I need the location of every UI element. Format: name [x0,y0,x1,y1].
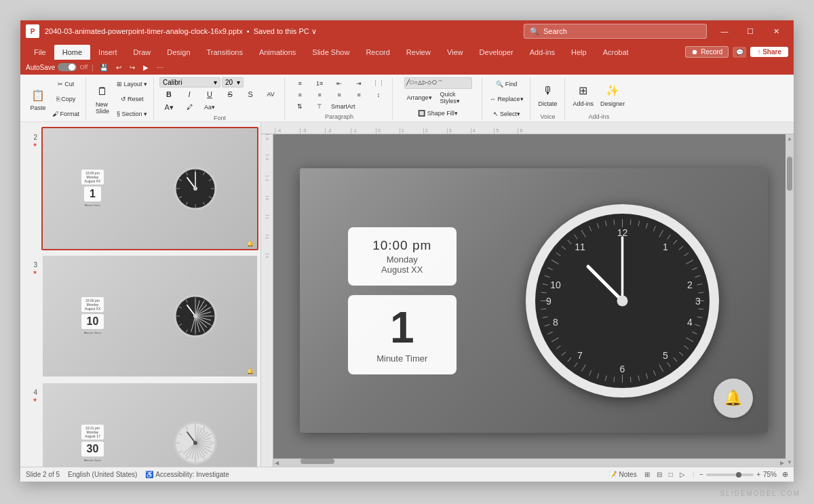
underline-button[interactable]: U [200,88,219,100]
tab-slideshow[interactable]: Slide Show [304,45,357,60]
canvas-with-ruler: -3 -2 -1 0 1 2 3 [261,134,794,467]
font-family-dropdown[interactable]: Calibri▾ [159,77,220,88]
new-slide-button[interactable]: 🗒 NewSlide [92,82,113,116]
normal-view-btn[interactable]: ⊞ [642,470,652,479]
tab-home[interactable]: Home [54,45,90,60]
horizontal-scrollbar[interactable]: ◀ ▶ [273,459,786,467]
quick-styles-button[interactable]: QuickStyles▾ [438,90,463,105]
tab-draw[interactable]: Draw [125,45,159,60]
minimize-button[interactable]: — [712,20,737,42]
char-spacing-button[interactable]: AV [261,88,280,100]
zoom-slider[interactable] [706,473,754,476]
comment-button[interactable]: 💬 [733,47,746,58]
toggle-switch[interactable] [58,63,77,71]
slide-thumbnail-4[interactable]: 10:21 pmMondayAugust 17 30 Minutes Timer [41,382,258,467]
tab-design[interactable]: Design [159,45,198,60]
accessibility-status[interactable]: ♿ Accessibility: Investigate [145,471,229,478]
tab-acrobat[interactable]: Acrobat [595,45,637,60]
slideshow-btn[interactable]: ▷ [678,470,687,479]
tab-view[interactable]: View [439,45,471,60]
tab-addins[interactable]: Add-ins [522,45,563,60]
fit-slide-btn[interactable]: ⊕ [782,470,788,479]
bullets-button[interactable]: ≡ [290,78,309,89]
copy-button[interactable]: ⎘ Copy [50,92,81,106]
dictate-button[interactable]: 🎙 Dictate [536,79,560,111]
scroll-left-arrow[interactable]: ◀ [273,460,280,466]
zoom-in-btn[interactable]: + [756,471,760,478]
tab-animations[interactable]: Animations [251,45,304,60]
find-button[interactable]: 🔍 Find [488,77,526,91]
share-button[interactable]: ↑ Share [750,47,788,57]
align-left-button[interactable]: ≡ [290,90,309,100]
scroll-thumb-v[interactable] [787,157,792,191]
search-bar[interactable]: 🔍 Search [524,24,707,39]
strikethrough-button[interactable]: S [220,88,239,100]
svg-line-131 [556,252,560,256]
alarm-button[interactable]: 🔔 [714,379,753,418]
reading-view-btn[interactable]: □ [667,470,675,479]
align-right-button[interactable]: ≡ [330,90,349,100]
slide-thumbnail-2[interactable]: 10:00 pmMondayAugust XX 1 Minute Timer [41,127,258,250]
shape-fill-button[interactable]: 🔲 Shape Fill▾ [404,106,472,120]
designer-button[interactable]: ✨ Designer [598,79,627,111]
numbering-button[interactable]: 1≡ [310,78,329,89]
replace-button[interactable]: ↔ Replace▾ [488,92,526,106]
font-color-button[interactable]: A▾ [159,101,178,113]
font-size-dropdown[interactable]: 20▾ [222,77,244,88]
qat-undo-btn[interactable]: ↩ [114,63,123,72]
tab-record[interactable]: Record [357,45,398,60]
record-button[interactable]: ⏺ Record [685,46,729,58]
section-button[interactable]: § Section ▾ [115,107,149,121]
tab-developer[interactable]: Developer [471,45,522,60]
scroll-down-arrow[interactable]: ▼ [787,458,792,467]
increase-indent-button[interactable]: ⇥ [349,78,368,89]
qat-more-btn[interactable]: ⋯ [155,63,166,72]
line-spacing-button[interactable]: ↕ [369,90,388,100]
shapes-palette[interactable]: ╱ □ ○ △ ▷ ◇ ⬠ ⌒ [404,77,472,89]
text-case-button[interactable]: Aa▾ [200,101,219,113]
tab-file[interactable]: File [26,45,54,60]
qat-present-btn[interactable]: ▶ [141,63,151,72]
layout-button[interactable]: ⊞ Layout ▾ [115,77,149,91]
qat-save-btn[interactable]: 💾 [98,63,110,72]
format-painter-button[interactable]: 🖌 Format [50,107,81,121]
zoom-slider-thumb[interactable] [736,472,741,478]
align-text-button[interactable]: ⊤ [310,101,329,112]
addins-button[interactable]: ⊞ Add-ins [570,79,597,111]
slide-thumbnail-3[interactable]: 10:00 pmMondayAugust XX 10 Minutes Timer [41,254,258,378]
zoom-level: 75% [763,471,777,478]
zoom-control[interactable]: − + 75% [699,471,777,478]
tab-transitions[interactable]: Transitions [199,45,251,60]
justify-button[interactable]: ≡ [349,90,368,100]
close-button[interactable]: ✕ [764,20,788,42]
tab-review[interactable]: Review [398,45,439,60]
highlight-button[interactable]: 🖍 [180,101,199,113]
select-button[interactable]: ↖ Select▾ [488,107,526,121]
cut-button[interactable]: ✂ Cut [50,77,81,91]
tab-help[interactable]: Help [563,45,595,60]
align-center-button[interactable]: ≡ [310,90,329,100]
paste-button[interactable]: 📋 Paste [27,83,49,115]
slide-item-4: 4 ★ 10:21 pmMondayAugust 17 30 Minutes T… [20,380,260,467]
smartart-button[interactable]: SmartArt [330,101,357,112]
autosave-toggle[interactable]: AutoSave Off [26,63,88,71]
text-direction-button[interactable]: ⇅ [290,101,309,112]
notes-button[interactable]: 📝 Notes [608,471,637,478]
vertical-scrollbar[interactable]: ▲ ▼ [786,134,794,467]
reset-button[interactable]: ↺ Reset [115,92,149,106]
decrease-indent-button[interactable]: ⇤ [330,78,349,89]
columns-button[interactable]: ⋮⋮ [369,78,388,89]
bold-button[interactable]: B [159,88,178,100]
qat-redo-btn[interactable]: ↪ [128,63,137,72]
italic-button[interactable]: I [180,88,199,100]
slide-sorter-btn[interactable]: ⊟ [655,470,664,479]
tab-insert[interactable]: Insert [90,45,125,60]
shadow-button[interactable]: S [241,88,260,100]
scroll-up-arrow[interactable]: ▲ [787,134,792,143]
maximize-button[interactable]: ☐ [738,20,762,42]
scroll-thumb-h[interactable] [301,459,334,464]
main-slide: 10:00 pm Monday August XX 1 Minute Timer [300,168,768,433]
zoom-out-btn[interactable]: − [699,471,703,478]
arrange-button[interactable]: Arrange▾ [404,91,435,104]
scroll-right-arrow[interactable]: ▶ [779,460,786,466]
